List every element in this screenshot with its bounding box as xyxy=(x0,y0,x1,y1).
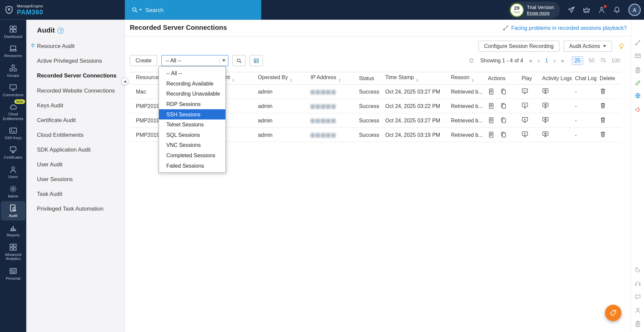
trash-icon[interactable] xyxy=(600,88,606,94)
col-ip-address[interactable]: IP Address▲▼ xyxy=(307,72,356,85)
rail-item-advanced-analytics[interactable]: Advanced Analytics xyxy=(1,240,25,263)
global-search-input[interactable]: Search xyxy=(125,0,261,20)
support-headset-icon[interactable] xyxy=(635,280,641,287)
configure-session-recording-button[interactable]: Configure Session Recording xyxy=(478,41,559,52)
session-details-icon[interactable] xyxy=(488,117,495,124)
rail-item-audit[interactable]: Audit xyxy=(1,202,25,221)
announcement-icon[interactable] xyxy=(635,106,641,113)
option-recording-available[interactable]: Recording Available xyxy=(159,78,225,89)
sidebar-item-privileged-task-automation[interactable]: Privileged Task Automation xyxy=(26,201,124,216)
option-ssh-sessions[interactable]: SSH Sessions xyxy=(159,109,225,120)
feedback-chat-icon[interactable] xyxy=(635,294,641,300)
col-reason[interactable]: Reason▲▼ xyxy=(448,72,485,85)
playback-help-link[interactable]: Facing problems in recorded sessions pla… xyxy=(502,24,627,31)
sidebar-item-resource-audit[interactable]: Resource Audit xyxy=(26,39,124,53)
option-all[interactable]: -- All -- xyxy=(159,68,225,78)
sidebar-item-certificate-audit[interactable]: Certificate Audit xyxy=(26,113,124,127)
option-telnet-sessions[interactable]: Telnet Sessions xyxy=(159,119,225,130)
first-page-button[interactable]: « xyxy=(529,57,532,63)
sidebar-item-cloud-entitlements[interactable]: Cloud Entitlements xyxy=(26,127,124,142)
rail-item-groups[interactable]: Groups xyxy=(1,61,25,80)
sidebar-item-keys-audit[interactable]: Keys Audit xyxy=(26,98,124,112)
rail-item-reports[interactable]: Reports xyxy=(1,221,25,240)
dark-mode-moon-icon[interactable] xyxy=(635,266,641,273)
sidebar-item-recorded-server-connections[interactable]: Recorded Server Connections xyxy=(26,68,124,83)
trash-icon[interactable] xyxy=(600,131,606,137)
session-filter-select[interactable]: -- All -- xyxy=(161,55,228,66)
copy-session-icon[interactable] xyxy=(500,117,507,124)
option-vnc-sessions[interactable]: VNC Sessions xyxy=(159,140,225,151)
know-more-link[interactable]: Know more xyxy=(527,10,554,15)
avatar[interactable]: A xyxy=(628,4,641,16)
rail-item-resources[interactable]: Resources xyxy=(1,42,25,61)
sidebar-item-user-audit[interactable]: User Audit xyxy=(26,157,124,172)
session-details-icon[interactable] xyxy=(488,103,495,109)
column-chooser-button[interactable] xyxy=(250,55,263,66)
session-details-icon[interactable] xyxy=(488,131,495,138)
offers-fab-button[interactable] xyxy=(605,305,622,321)
rail-item-cloud-entitlements[interactable]: NewCloud Entitlements xyxy=(1,100,25,123)
audit-actions-button[interactable]: Audit Actions xyxy=(564,41,612,52)
last-page-button[interactable]: » xyxy=(561,57,564,63)
rail-item-users[interactable]: Users xyxy=(1,163,25,182)
option-recording-unavailable[interactable]: Recording Unavailable xyxy=(159,89,225,99)
page-size-25[interactable]: 25 xyxy=(572,56,583,65)
rail-item-admin[interactable]: Admin xyxy=(1,182,25,201)
sidebar-collapse-button[interactable]: ◀ xyxy=(121,77,128,85)
sidebar-item-active-privileged-sessions[interactable]: Active Privileged Sessions xyxy=(26,53,124,68)
activity-log-icon[interactable] xyxy=(542,116,549,123)
col-status[interactable]: Status xyxy=(356,72,382,85)
activity-log-icon[interactable] xyxy=(542,88,549,94)
notifications-bell-icon[interactable] xyxy=(613,6,621,13)
activity-log-icon[interactable] xyxy=(542,102,549,109)
clipboard-icon[interactable] xyxy=(635,67,641,74)
whats-new-icon[interactable] xyxy=(568,6,575,13)
option-failed-sessions[interactable]: Failed Sessions xyxy=(159,161,225,171)
session-details-icon[interactable] xyxy=(488,88,495,95)
search-button[interactable] xyxy=(232,55,246,66)
col-time-stamp[interactable]: Time Stamp▲▼ xyxy=(382,72,448,85)
rail-item-dashboard[interactable]: Dashboard xyxy=(1,22,25,41)
play-session-icon[interactable] xyxy=(522,131,528,137)
copy-session-icon[interactable] xyxy=(500,88,507,95)
page-size-50[interactable]: 50 xyxy=(589,57,595,63)
sidebar-item-recorded-website-connections[interactable]: Recorded Website Connections xyxy=(26,83,124,98)
sidebar-item-sdk-application-audit[interactable]: SDK Application Audit xyxy=(26,142,124,157)
option-sql-sessions[interactable]: SQL Sessions xyxy=(159,130,225,140)
license-crown-icon[interactable] xyxy=(583,6,590,13)
current-page[interactable]: 1 xyxy=(545,57,548,63)
play-session-icon[interactable] xyxy=(522,116,528,123)
refresh-icon[interactable] xyxy=(469,58,474,63)
tools-icon[interactable] xyxy=(635,40,641,46)
page-size-100[interactable]: 100 xyxy=(611,57,620,63)
mail-icon[interactable] xyxy=(635,53,641,59)
copy-session-icon[interactable] xyxy=(500,131,507,138)
copy-session-icon[interactable] xyxy=(500,103,507,109)
option-rdp-sessions[interactable]: RDP Sessions xyxy=(159,99,225,109)
globe-icon[interactable] xyxy=(635,93,641,99)
activity-log-icon[interactable] xyxy=(542,131,549,137)
tasks-icon[interactable] xyxy=(635,321,641,327)
create-button[interactable]: Create xyxy=(130,55,157,66)
profile-icon[interactable] xyxy=(635,307,641,314)
option-completed-sessions[interactable]: Completed Sessions xyxy=(159,150,225,161)
sidebar-item-user-sessions[interactable]: User Sessions xyxy=(26,172,124,186)
next-page-button[interactable]: › xyxy=(553,57,555,63)
trash-icon[interactable] xyxy=(600,116,606,123)
page-size-75[interactable]: 75 xyxy=(600,57,606,63)
rail-item-connections[interactable]: Connections xyxy=(1,80,25,100)
link-icon[interactable] xyxy=(635,80,641,87)
rail-item-certificates[interactable]: Certificates xyxy=(1,143,25,162)
rail-item-ssh-keys[interactable]: SSH Keys xyxy=(1,124,25,143)
sidebar-item-task-audit[interactable]: Task Audit xyxy=(26,186,124,201)
prev-page-button[interactable]: ‹ xyxy=(538,57,540,63)
user-alerts-icon[interactable] xyxy=(598,6,605,13)
trial-version-pill[interactable]: 29 Days Trial Version Know more xyxy=(508,1,560,18)
rail-item-personal[interactable]: Personal xyxy=(1,264,25,283)
play-session-icon[interactable] xyxy=(522,88,528,94)
col-operated-by[interactable]: Operated By▲▼ xyxy=(255,72,307,85)
play-session-icon[interactable] xyxy=(522,102,528,109)
lightbulb-icon[interactable] xyxy=(618,43,625,50)
trash-icon[interactable] xyxy=(600,102,606,109)
help-icon[interactable]: ? xyxy=(58,27,64,33)
